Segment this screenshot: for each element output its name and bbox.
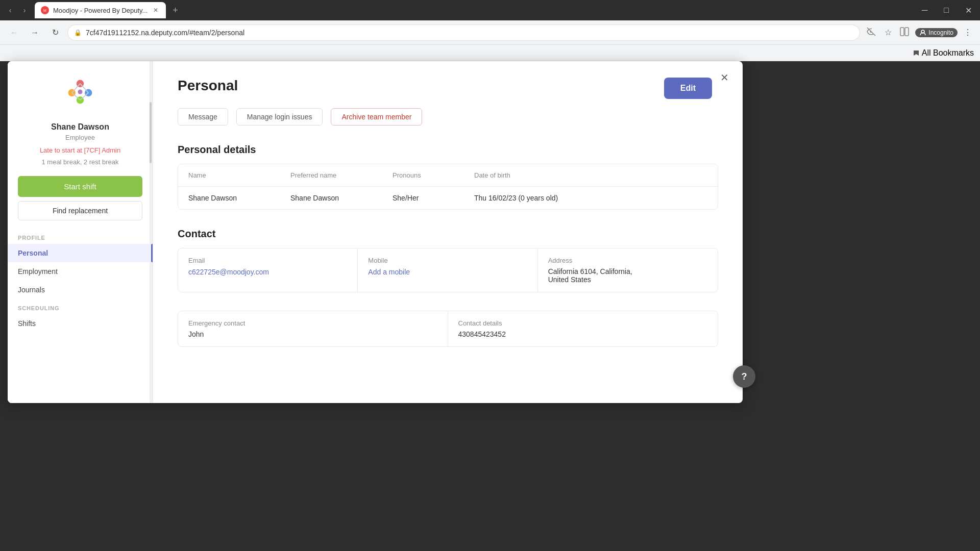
tab-favicon: M (41, 6, 49, 14)
sidebar-breaks: 1 meal break, 2 rest break (16, 158, 144, 166)
journals-nav-label: Journals (18, 286, 45, 294)
archive-button[interactable]: Archive team member (331, 108, 422, 126)
start-shift-button[interactable]: Start shift (18, 176, 142, 197)
incognito-label: Incognito (928, 29, 953, 36)
page-title: Personal (178, 78, 718, 94)
val-pronouns: She/Her (393, 194, 474, 202)
sidebar: Shane Dawson Employee Late to start at [… (8, 61, 153, 403)
personal-details-table: Name Preferred name Pronouns Date of bir… (178, 164, 718, 210)
browser-tab[interactable]: M Moodjoy - Powered By Deputy... ✕ (35, 2, 166, 18)
contact-section-title: Contact (178, 228, 718, 240)
val-dob: Thu 16/02/23 (0 years old) (474, 194, 707, 202)
contact-details-value: 430845423452 (458, 330, 708, 338)
split-view-icon[interactable] (898, 25, 911, 40)
sidebar-logo (8, 61, 153, 118)
col-header-name: Name (188, 171, 290, 179)
scheduling-section-label: SCHEDULING (8, 299, 153, 314)
svg-point-13 (78, 90, 83, 94)
forward-button[interactable]: → (27, 24, 43, 41)
reload-button[interactable]: ↻ (47, 24, 63, 41)
svg-line-11 (72, 93, 80, 100)
incognito-badge: Incognito (915, 28, 958, 37)
personal-nav-label: Personal (18, 249, 48, 257)
sidebar-item-shifts[interactable]: Shifts (8, 314, 153, 333)
back-button[interactable]: ← (6, 24, 22, 41)
contact-details-label: Contact details (458, 319, 708, 327)
sidebar-item-employment[interactable]: Employment (8, 262, 153, 281)
emergency-value: John (188, 330, 437, 338)
mobile-label: Mobile (368, 257, 527, 264)
contact-details-cell: Contact details 430845423452 (448, 311, 718, 346)
personal-details-title: Personal details (178, 144, 718, 156)
all-bookmarks-label[interactable]: All Bookmarks (922, 48, 974, 58)
bookmarks-bar-section: All Bookmarks (913, 48, 974, 58)
sidebar-status: Late to start at [7CF] Admin (16, 146, 144, 154)
help-button[interactable]: ? (733, 365, 755, 388)
email-value[interactable]: c622725e@moodjoy.com (188, 268, 269, 276)
val-preferred-name: Shane Dawson (290, 194, 393, 202)
email-cell: Email c622725e@moodjoy.com (178, 248, 358, 292)
emergency-contact-cell: Emergency contact John (178, 311, 448, 346)
col-header-preferred: Preferred name (290, 171, 393, 179)
minimize-button[interactable]: ─ (918, 4, 932, 17)
url-text: 7cf47d19112152.na.deputy.com/#team/2/per… (86, 29, 244, 37)
address-line2: United States (548, 276, 707, 284)
mobile-cell: Mobile Add a mobile (358, 248, 537, 292)
manage-login-button[interactable]: Manage login issues (236, 108, 323, 126)
star-icon[interactable]: ☆ (883, 26, 894, 39)
visibility-off-icon (864, 24, 878, 41)
svg-text:M: M (43, 9, 46, 12)
address-line1: California 6104, California, (548, 267, 707, 276)
sidebar-role: Employee (8, 134, 153, 141)
sidebar-username: Shane Dawson (8, 122, 153, 132)
col-header-pronouns: Pronouns (393, 171, 474, 179)
address-label: Address (548, 257, 707, 264)
message-button[interactable]: Message (178, 108, 228, 126)
more-options-icon[interactable]: ⋮ (962, 26, 974, 39)
sidebar-scrollbar-track (150, 61, 153, 403)
tab-close-button[interactable]: ✕ (152, 6, 160, 14)
emergency-label: Emergency contact (188, 319, 437, 327)
action-buttons: Message Manage login issues Archive team… (178, 108, 718, 126)
shifts-nav-label: Shifts (18, 319, 36, 328)
tab-title: Moodjoy - Powered By Deputy... (53, 7, 148, 14)
lock-icon: 🔒 (74, 29, 82, 36)
close-button[interactable]: ✕ (716, 69, 732, 86)
app-window: Shane Dawson Employee Late to start at [… (8, 61, 743, 403)
mobile-value[interactable]: Add a mobile (368, 268, 410, 276)
svg-line-12 (80, 93, 88, 100)
find-replacement-button[interactable]: Find replacement (18, 201, 142, 220)
sidebar-scrollbar-thumb[interactable] (150, 102, 152, 163)
address-bar[interactable]: 🔒 7cf47d19112152.na.deputy.com/#team/2/p… (67, 24, 860, 41)
sidebar-item-personal[interactable]: Personal (8, 244, 153, 262)
email-label: Email (188, 257, 347, 264)
employment-nav-label: Employment (18, 267, 58, 276)
maximize-button[interactable]: □ (940, 4, 953, 17)
help-icon: ? (742, 371, 747, 382)
edit-button[interactable]: Edit (664, 78, 712, 99)
svg-rect-3 (905, 28, 909, 36)
table-body-row: Shane Dawson Shane Dawson She/Her Thu 16… (178, 187, 718, 209)
col-header-dob: Date of birth (474, 171, 707, 179)
close-window-button[interactable]: ✕ (961, 4, 976, 17)
sidebar-item-journals[interactable]: Journals (8, 281, 153, 299)
tab-forward-icon[interactable]: › (18, 4, 31, 16)
contact-table: Email c622725e@moodjoy.com Mobile Add a … (178, 248, 718, 292)
val-name: Shane Dawson (188, 194, 290, 202)
address-cell: Address California 6104, California, Uni… (538, 248, 718, 292)
svg-rect-2 (900, 28, 904, 36)
table-header-row: Name Preferred name Pronouns Date of bir… (178, 164, 718, 187)
new-tab-button[interactable]: + (168, 3, 182, 17)
tab-back-icon[interactable]: ‹ (4, 4, 16, 16)
main-content: ✕ Edit Personal Message Manage login iss… (153, 61, 743, 403)
profile-section-label: PROFILE (8, 229, 153, 244)
